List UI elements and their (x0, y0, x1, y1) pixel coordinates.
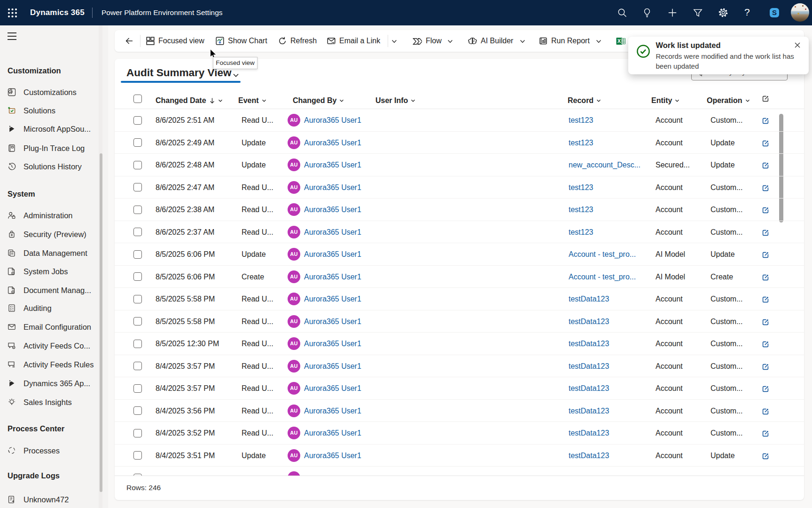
svg-text:X: X (617, 38, 621, 44)
